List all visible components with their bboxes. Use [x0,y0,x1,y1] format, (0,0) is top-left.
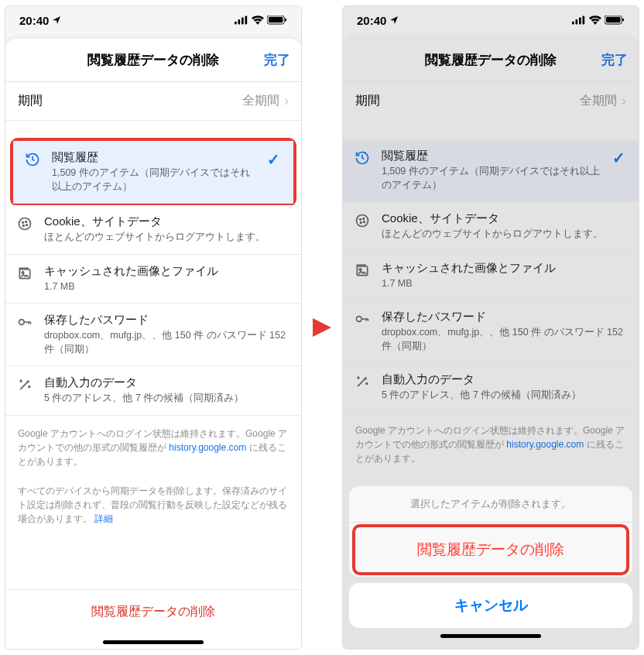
item-sub: ほとんどのウェブサイトからログアウトします。 [44,231,290,245]
signal-icon [235,14,248,27]
period-label: 期間 [355,93,380,109]
svg-point-31 [357,317,362,322]
footer-note-1: Google アカウントへのログイン状態は維持されます。Google アカウント… [5,416,301,473]
check-icon: ✓ [267,150,283,169]
item-browsing-history[interactable]: 閲覧履歴 1,509 件のアイテム（同期デバイスではそれ以上のアイテム） ✓ [13,141,293,204]
delete-row: 閲覧履歴データの削除 [5,589,301,634]
sheet-title: 閲覧履歴データの削除 [87,51,219,69]
item-sub: ほとんどのウェブサイトからログアウトします。 [382,228,628,242]
item-cookies[interactable]: Cookie、サイトデータ ほとんどのウェブサイトからログアウトします。 [343,202,639,252]
svg-point-24 [357,215,368,227]
svg-point-26 [363,218,365,220]
svg-rect-22 [606,16,620,22]
history-link[interactable]: history.google.com [506,439,584,450]
item-sub: dropbox.com、mufg.jp、、他 150 件 のパスワード 152 … [382,326,628,353]
data-type-list: 閲覧履歴 1,509 件のアイテム（同期デバイスではそれ以上のアイテム） ✓ C… [5,139,301,416]
done-button[interactable]: 完了 [601,51,628,69]
image-icon [354,262,371,278]
svg-point-30 [359,268,361,270]
action-sheet: 選択したアイテムが削除されます。 閲覧履歴データの削除 キャンセル [343,480,639,649]
chevron-right-icon: › [284,93,289,109]
item-title: 保存したパスワード [44,313,290,328]
battery-icon [267,14,287,27]
wand-icon [354,374,371,389]
item-passwords[interactable]: 保存したパスワード dropbox.com、mufg.jp、、他 150 件 の… [5,303,301,366]
svg-rect-19 [579,17,581,24]
actionsheet-title: 選択したアイテムが削除されます。 [349,486,632,523]
svg-rect-2 [242,17,244,24]
item-browsing-history[interactable]: 閲覧履歴 1,509 件のアイテム（同期デバイスではそれ以上のアイテム） ✓ [343,139,639,202]
svg-point-10 [23,225,25,227]
svg-rect-23 [622,18,624,21]
status-bar: 20:40 [5,6,301,34]
footer-note-1: Google アカウントへのログイン状態は維持されます。Google アカウント… [343,413,639,470]
key-icon [16,314,33,330]
svg-point-32 [358,377,359,379]
period-value: 全期間 [580,93,617,109]
chevron-right-icon: › [622,93,626,109]
item-cookies[interactable]: Cookie、サイトデータ ほとんどのウェブサイトからログアウトします。 [5,205,301,255]
actionsheet-delete-button[interactable]: 閲覧履歴データの削除 [355,527,626,572]
item-title: 閲覧履歴 [382,149,601,163]
location-icon [389,14,399,27]
item-cache[interactable]: キャッシュされた画像とファイル 1.7 MB [343,252,639,301]
signal-icon [572,14,586,27]
item-sub: 1.7 MB [382,277,628,291]
svg-rect-18 [576,19,578,24]
svg-point-13 [22,271,24,273]
cookie-icon [354,213,371,228]
svg-rect-3 [245,15,248,24]
item-passwords[interactable]: 保存したパスワード dropbox.com、mufg.jp、、他 150 件 の… [343,300,639,363]
svg-point-16 [29,386,30,388]
svg-point-33 [366,383,368,385]
item-sub: 5 件のアドレス、他 7 件の候補（同期済み） [44,392,290,406]
item-autofill[interactable]: 自動入力のデータ 5 件のアドレス、他 7 件の候補（同期済み） [5,366,301,416]
status-time: 20:40 [357,14,386,27]
item-sub: 1,509 件のアイテム（同期デバイスではそれ以上のアイテム） [382,165,601,192]
highlight-delete-action: 閲覧履歴データの削除 [352,524,629,575]
item-title: 保存したパスワード [382,310,628,324]
svg-point-11 [26,225,28,226]
sheet-header: 閲覧履歴データの削除 完了 [5,39,301,82]
phone-left: 20:40 閲覧履歴データの削除 完了 期間 全期間 › [5,5,302,650]
done-button[interactable]: 完了 [264,51,290,69]
item-title: キャッシュされた画像とファイル [44,264,290,279]
svg-rect-20 [583,15,585,24]
svg-point-8 [22,222,24,224]
home-indicator [440,634,541,638]
svg-point-15 [20,380,22,382]
wand-icon [16,377,33,393]
wifi-icon [589,14,601,27]
footer-note-2: すべてのデバイスから同期データを削除します。保存済みのサイト設定は削除されず、普… [5,473,301,530]
item-cache[interactable]: キャッシュされた画像とファイル 1.7 MB [5,255,301,304]
highlight-browsing-history: 閲覧履歴 1,509 件のアイテム（同期デバイスではそれ以上のアイテム） ✓ [10,138,296,207]
item-autofill[interactable]: 自動入力のデータ 5 件のアドレス、他 7 件の候補（同期済み） [343,363,639,413]
sheet-title: 閲覧履歴データの削除 [425,51,557,69]
arrow-right-icon [307,314,337,341]
svg-point-7 [19,218,31,230]
item-title: 閲覧履歴 [52,150,256,165]
svg-point-9 [26,221,27,223]
period-row[interactable]: 期間 全期間 › [5,82,301,121]
data-type-list: 閲覧履歴 1,509 件のアイテム（同期デバイスではそれ以上のアイテム） ✓ C… [343,139,639,413]
delete-button[interactable]: 閲覧履歴データの削除 [91,605,215,618]
period-row[interactable]: 期間 全期間 › [343,82,639,121]
cookie-icon [16,216,33,231]
item-sub: 1,509 件のアイテム（同期デバイスではそれ以上のアイテム） [52,166,256,194]
settings-sheet: 閲覧履歴データの削除 完了 期間 全期間 › 閲覧履歴 1,509 件のアイテム… [5,39,301,649]
svg-point-28 [364,221,365,223]
svg-rect-17 [572,21,574,24]
key-icon [354,311,371,327]
details-link[interactable]: 詳細 [94,513,113,524]
location-icon [52,14,61,27]
item-title: 自動入力のデータ [382,372,628,387]
actionsheet-cancel-button[interactable]: キャンセル [349,583,632,628]
svg-point-14 [19,320,25,325]
wifi-icon [252,14,264,27]
home-indicator [103,640,204,644]
svg-rect-1 [238,19,241,24]
item-sub: 1.7 MB [44,280,290,294]
image-icon [16,266,33,281]
item-sub: 5 件のアドレス、他 7 件の候補（同期済み） [382,389,628,403]
history-link[interactable]: history.google.com [169,442,246,453]
